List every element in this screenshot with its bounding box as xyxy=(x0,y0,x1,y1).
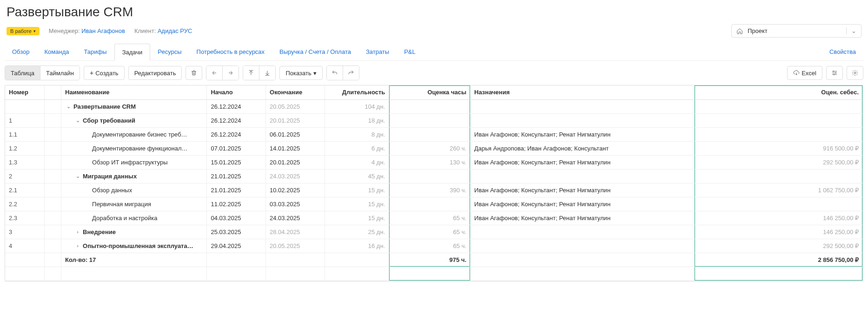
cell-assign[interactable] xyxy=(470,169,695,183)
cell-cost[interactable] xyxy=(695,197,863,211)
move-up-button[interactable] xyxy=(243,66,259,80)
move-down-button[interactable] xyxy=(259,66,275,80)
cell-start[interactable]: 25.03.2025 xyxy=(207,225,266,239)
cell-end[interactable]: 14.01.2025 xyxy=(266,141,325,155)
col-name[interactable]: Наименование xyxy=(61,85,207,99)
cell-assign[interactable] xyxy=(470,113,695,127)
tab-properties[interactable]: Свойства xyxy=(822,44,863,60)
cell-name[interactable]: Документирование бизнес треб… xyxy=(61,127,207,141)
tab-resources[interactable]: Ресурсы xyxy=(150,44,189,60)
cell-duration[interactable]: 8 дн. xyxy=(325,127,389,141)
cell-hours[interactable]: 65 ч. xyxy=(389,211,470,225)
delete-button[interactable] xyxy=(186,66,202,80)
cell-start[interactable]: 11.02.2025 xyxy=(207,197,266,211)
cell-start[interactable]: 07.01.2025 xyxy=(207,141,266,155)
tab-pnl[interactable]: P&L xyxy=(397,44,423,60)
cell-start[interactable]: 29.04.2025 xyxy=(207,239,266,253)
tab-revenue[interactable]: Выручка / Счета / Оплата xyxy=(272,44,358,60)
create-button[interactable]: +Создать xyxy=(84,66,125,80)
tree-caret-icon[interactable]: › xyxy=(74,243,81,248)
cell-assign[interactable]: Дарья Андропова; Иван Агафонов; Консульт… xyxy=(470,141,695,155)
tab-rates[interactable]: Тарифы xyxy=(77,44,114,60)
row-handle[interactable] xyxy=(44,155,61,169)
table-row[interactable]: 2.1Обзор данных21.01.202510.02.202515 дн… xyxy=(5,183,863,197)
cell-cost[interactable] xyxy=(695,127,863,141)
tree-caret-icon[interactable]: ⌄ xyxy=(74,118,81,124)
cell-hours[interactable] xyxy=(389,197,470,211)
col-est-cost[interactable]: Оцен. себес. xyxy=(695,85,863,99)
row-handle[interactable] xyxy=(44,113,61,127)
table-row[interactable]: 2⌄Миграция данных21.01.202524.03.202545 … xyxy=(5,169,863,183)
row-handle[interactable] xyxy=(44,127,61,141)
table-row[interactable]: 1.1Документирование бизнес треб…26.12.20… xyxy=(5,127,863,141)
table-row[interactable]: 1.2Документирование функционал…07.01.202… xyxy=(5,141,863,155)
cell-assign[interactable]: Иван Агафонов; Консультант; Ренат Нигмат… xyxy=(470,197,695,211)
cell-end[interactable]: 10.02.2025 xyxy=(266,183,325,197)
cell-cost[interactable] xyxy=(695,113,863,127)
cell-start[interactable]: 26.12.2024 xyxy=(207,99,266,113)
cell-duration[interactable]: 16 дн. xyxy=(325,239,389,253)
row-handle[interactable] xyxy=(44,211,61,225)
row-handle[interactable] xyxy=(44,99,61,113)
tree-caret-icon[interactable]: ⌄ xyxy=(65,104,72,110)
col-assignments[interactable]: Назначения xyxy=(470,85,695,99)
cell-start[interactable]: 21.01.2025 xyxy=(207,183,266,197)
view-timeline-button[interactable]: Таймлайн xyxy=(40,66,80,80)
cell-assign[interactable]: Иван Агафонов; Консультант; Ренат Нигмат… xyxy=(470,127,695,141)
redo-button[interactable] xyxy=(343,66,359,80)
col-end[interactable]: Окончание xyxy=(266,85,325,99)
cell-assign[interactable] xyxy=(470,239,695,253)
cell-end[interactable]: 20.01.2025 xyxy=(266,155,325,169)
cell-duration[interactable]: 15 дн. xyxy=(325,197,389,211)
cell-assign[interactable]: Иван Агафонов; Консультант; Ренат Нигмат… xyxy=(470,155,695,169)
row-handle[interactable] xyxy=(44,141,61,155)
cell-duration[interactable]: 15 дн. xyxy=(325,183,389,197)
cell-start[interactable]: 15.01.2025 xyxy=(207,155,266,169)
cell-hours[interactable] xyxy=(389,169,470,183)
row-handle[interactable] xyxy=(44,239,61,253)
tree-caret-icon[interactable]: ⌄ xyxy=(74,173,81,179)
cell-name[interactable]: Обзор ИТ инфраструктуры xyxy=(61,155,207,169)
cell-end[interactable]: 20.05.2025 xyxy=(266,239,325,253)
edit-button[interactable]: Редактировать xyxy=(128,66,182,80)
col-start[interactable]: Начало xyxy=(207,85,266,99)
cell-end[interactable]: 20.01.2025 xyxy=(266,113,325,127)
cell-end[interactable]: 24.03.2025 xyxy=(266,169,325,183)
cell-duration[interactable]: 104 дн. xyxy=(325,99,389,113)
cell-assign[interactable]: Иван Агафонов; Консультант; Ренат Нигмат… xyxy=(470,211,695,225)
cell-start[interactable]: 21.01.2025 xyxy=(207,169,266,183)
manager-link[interactable]: Иван Агафонов xyxy=(81,27,125,34)
table-row[interactable]: 2.3Доработка и настройка04.03.202524.03.… xyxy=(5,211,863,225)
cell-start[interactable]: 04.03.2025 xyxy=(207,211,266,225)
cell-end[interactable]: 06.01.2025 xyxy=(266,127,325,141)
cell-start[interactable]: 26.12.2024 xyxy=(207,113,266,127)
tab-team[interactable]: Команда xyxy=(37,44,77,60)
cell-cost[interactable]: 916 500,00 ₽ xyxy=(695,141,863,155)
cell-name[interactable]: Доработка и настройка xyxy=(61,211,207,225)
cell-duration[interactable]: 45 дн. xyxy=(325,169,389,183)
cell-cost[interactable]: 1 062 750,00 ₽ xyxy=(695,183,863,197)
cell-hours[interactable] xyxy=(389,113,470,127)
cell-hours[interactable] xyxy=(389,127,470,141)
cell-end[interactable]: 28.04.2025 xyxy=(266,225,325,239)
filter-settings-button[interactable] xyxy=(826,66,843,80)
cell-cost[interactable] xyxy=(695,99,863,113)
cell-hours[interactable]: 390 ч. xyxy=(389,183,470,197)
cell-cost[interactable]: 292 500,00 ₽ xyxy=(695,155,863,169)
cell-start[interactable]: 26.12.2024 xyxy=(207,127,266,141)
cell-end[interactable]: 20.05.2025 xyxy=(266,99,325,113)
table-row[interactable]: 1.3Обзор ИТ инфраструктуры15.01.202520.0… xyxy=(5,155,863,169)
cell-name[interactable]: ⌄Миграция данных xyxy=(61,169,207,183)
tab-overview[interactable]: Обзор xyxy=(5,44,37,60)
show-dropdown[interactable]: Показать ▾ xyxy=(279,66,322,80)
row-handle[interactable] xyxy=(44,197,61,211)
cell-duration[interactable]: 18 дн. xyxy=(325,113,389,127)
table-row[interactable]: 2.2Первичная миграция11.02.202503.03.202… xyxy=(5,197,863,211)
cell-duration[interactable]: 4 дн. xyxy=(325,155,389,169)
cell-end[interactable]: 03.03.2025 xyxy=(266,197,325,211)
table-row[interactable]: 3›Внедрение25.03.202528.04.202525 дн.65 … xyxy=(5,225,863,239)
cell-duration[interactable]: 15 дн. xyxy=(325,211,389,225)
cell-duration[interactable]: 25 дн. xyxy=(325,225,389,239)
cell-assign[interactable]: Иван Агафонов; Консультант; Ренат Нигмат… xyxy=(470,183,695,197)
cell-cost[interactable]: 292 500,00 ₽ xyxy=(695,239,863,253)
